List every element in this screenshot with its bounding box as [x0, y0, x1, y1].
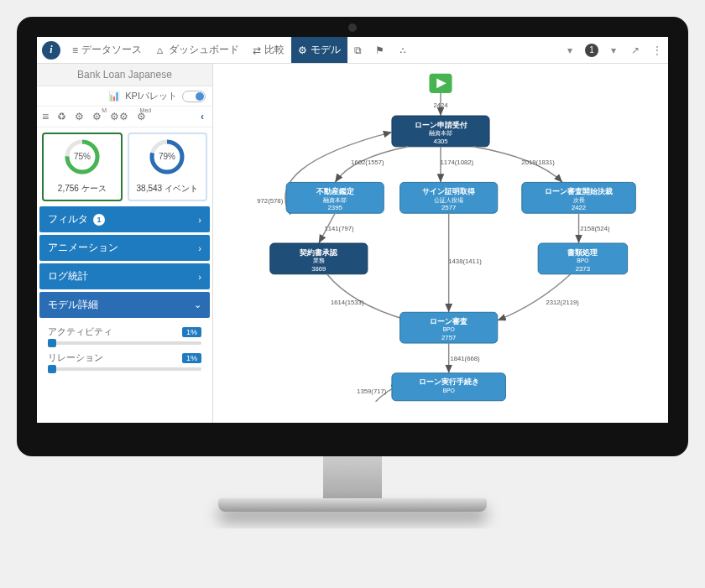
accordion-filter-badge: 1	[93, 214, 105, 226]
chevron-right-icon: ›	[198, 243, 201, 253]
svg-text:不動産鑑定: 不動産鑑定	[316, 187, 354, 195]
kpi-toggle[interactable]	[182, 91, 206, 102]
edge-n1-n2-label: 1602(1557)	[351, 159, 384, 166]
donut-cases[interactable]: 75% 2,756 ケース	[42, 133, 123, 201]
list-icon: ≡	[72, 44, 78, 56]
svg-text:サイン証明取得: サイン証明取得	[422, 187, 475, 195]
accordion-filter[interactable]: フィルタ 1 ›	[39, 206, 210, 232]
nav-compare-label: 比較	[264, 43, 285, 57]
nav-extra-3[interactable]: ⛬	[391, 37, 415, 63]
share-icon[interactable]: ↗	[624, 44, 646, 56]
diagram-canvas[interactable]: 2424 ローン申請受付 融資本部 4305 1602(1557) 1174(1…	[213, 64, 668, 423]
slider-activity-label: アクティビティ	[48, 325, 112, 338]
accordion: フィルタ 1 › アニメーション › ログ統計 › モデル詳細	[37, 206, 212, 379]
nav-dashboard-label: ダッシュボード	[169, 43, 239, 57]
svg-text:融資本部: 融資本部	[429, 130, 452, 137]
svg-text:ローン審査: ローン審査	[430, 317, 467, 325]
nav-datasource[interactable]: ≡ データソース	[65, 37, 149, 63]
nav-model-label: モデル	[311, 43, 341, 57]
svg-text:2422: 2422	[572, 204, 586, 211]
gear-double-icon[interactable]: ⚙⚙	[110, 111, 128, 122]
nav-datasource-label: データソース	[81, 43, 142, 57]
accordion-animation[interactable]: アニメーション ›	[39, 235, 210, 261]
donut-row: 75% 2,756 ケース 79% 38,543 イベント	[37, 127, 212, 206]
donut-events-pct: 79%	[159, 152, 175, 161]
nav-model[interactable]: ⚙ モデル	[291, 37, 347, 63]
nav-extra-2[interactable]: ⚑	[368, 37, 391, 63]
top-nav: i ≡ データソース 🜂 ダッシュボード ⇄ 比較 ⚙ モデル ⧉ ⚑ ⛬ ▾ …	[37, 37, 668, 64]
svg-text:書類処理: 書類処理	[567, 248, 598, 257]
slider-relation: リレーション 1%	[48, 351, 201, 371]
flag-icon: ⚑	[375, 44, 384, 56]
svg-text:次長: 次長	[573, 197, 585, 204]
dropdown-caret-icon[interactable]: ▾	[603, 44, 624, 56]
start-node[interactable]	[429, 74, 452, 93]
accordion-detail-label: モデル詳細	[48, 298, 98, 312]
svg-text:ローン審査開始決裁: ローン審査開始決裁	[545, 187, 613, 195]
gear-med-icon[interactable]: ⚙Med	[137, 111, 146, 122]
edge-n7-n8-label: 1841(668)	[450, 355, 480, 362]
accordion-animation-label: アニメーション	[48, 241, 118, 255]
svg-text:公証人役場: 公証人役場	[434, 197, 463, 204]
edge-loop-left-label: 972(578)	[257, 197, 283, 205]
node-real-estate-appraisal[interactable]: 不動産鑑定 融資本部 2395	[286, 182, 384, 213]
hamburger-icon[interactable]: ≡	[42, 110, 49, 123]
gear-m-icon[interactable]: ⚙M	[92, 111, 102, 122]
accordion-detail-body: アクティビティ 1% リレーション 1%	[39, 320, 210, 379]
more-icon[interactable]: ⋮	[646, 44, 668, 56]
info-icon[interactable]: i	[42, 41, 60, 60]
chart-icon: 📊	[108, 91, 120, 101]
users-icon: ⛬	[398, 44, 408, 56]
filter-badge[interactable]: 1	[581, 44, 603, 57]
node-loan-application[interactable]: ローン申請受付 融資本部 4305	[392, 116, 489, 147]
nav-compare[interactable]: ⇄ 比較	[246, 37, 291, 63]
donut-cases-pct: 75%	[74, 152, 91, 161]
gear-icon[interactable]: ⚙	[75, 111, 84, 122]
collapse-sidebar-icon[interactable]: ‹	[197, 111, 207, 122]
svg-text:契約書承認: 契約書承認	[299, 248, 338, 257]
gears-icon: ⚙	[298, 44, 307, 56]
node-loan-review-start[interactable]: ローン審査開始決裁 次長 2422	[522, 182, 636, 213]
node-document-processing[interactable]: 書類処理 BPO 2373	[538, 243, 627, 274]
chevron-right-icon: ›	[198, 272, 201, 282]
svg-text:4305: 4305	[433, 138, 447, 145]
nav-dashboard[interactable]: 🜂 ダッシュボード	[149, 37, 246, 63]
svg-text:2757: 2757	[441, 334, 456, 341]
slider-relation-label: リレーション	[48, 351, 103, 364]
slider-activity-track[interactable]	[48, 341, 201, 345]
edge-n3-n7-label: 1438(1411)	[448, 258, 482, 265]
edge-n1-n3-label: 1174(1082)	[441, 159, 474, 166]
refresh-icon[interactable]: ♻	[57, 111, 66, 122]
accordion-detail[interactable]: モデル詳細 ⌄	[39, 292, 210, 318]
svg-text:ローン申請受付: ローン申請受付	[415, 121, 467, 129]
edge-n2-n5-label: 1141(797)	[324, 225, 354, 232]
kpi-palette-row: 📊 KPIパレット	[37, 86, 212, 107]
edge-n1-n4-label: 2019(1831)	[521, 159, 555, 166]
slider-relation-pct: 1%	[182, 353, 201, 363]
svg-text:3869: 3869	[311, 265, 326, 273]
donut-events-label: 38,543 イベント	[131, 183, 205, 195]
svg-text:ローン実行手続き: ローン実行手続き	[419, 377, 479, 386]
svg-text:BPO: BPO	[443, 388, 455, 393]
node-sign-certificate[interactable]: サイン証明取得 公証人役場 2577	[400, 182, 498, 213]
sidebar: Bank Loan Japanese 📊 KPIパレット ≡ ♻ ⚙ ⚙M ⚙⚙…	[37, 64, 213, 423]
edge-n6-n7-label: 2312(2119)	[546, 299, 579, 306]
graph-icon: ⧉	[354, 44, 362, 56]
nav-extra-1[interactable]: ⧉	[347, 37, 368, 63]
project-name: Bank Loan Japanese	[37, 64, 212, 86]
chevron-right-icon: ›	[198, 215, 201, 225]
slider-relation-track[interactable]	[48, 367, 201, 371]
svg-text:融資本部: 融資本部	[323, 197, 347, 204]
node-contract-approval[interactable]: 契約書承認 業務 3869	[270, 243, 368, 274]
gauge-icon: 🜂	[155, 44, 165, 56]
node-loan-review[interactable]: ローン審査 BPO 2757	[400, 312, 498, 343]
svg-text:2373: 2373	[576, 265, 590, 273]
accordion-logstats[interactable]: ログ統計 ›	[39, 263, 210, 289]
node-loan-execution[interactable]: ローン実行手続き BPO	[392, 373, 506, 401]
chevron-down-icon: ⌄	[194, 299, 201, 310]
donut-events[interactable]: 79% 38,543 イベント	[128, 133, 208, 201]
edge-n8-side-label: 1359(717)	[357, 388, 387, 395]
edge-n4-n6-label: 2158(524)	[580, 225, 610, 232]
svg-text:BPO: BPO	[577, 258, 588, 263]
filter-icon[interactable]: ▾	[559, 44, 581, 56]
